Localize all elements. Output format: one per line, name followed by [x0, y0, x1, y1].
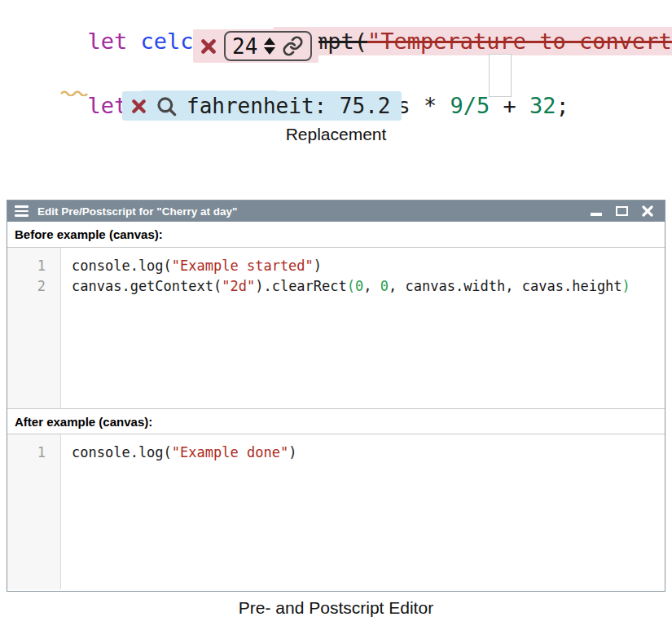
line-number: 1: [7, 256, 46, 276]
stepper-value[interactable]: 24: [232, 34, 257, 59]
before-example-editor: 1 2 console.log("Example started") canva…: [7, 248, 665, 408]
hamburger-icon[interactable]: [15, 205, 29, 217]
number-stepper[interactable]: 24: [224, 31, 312, 61]
triangle-down-icon[interactable]: [264, 47, 275, 55]
deleted-string-literal: "Temperature to convert:": [367, 29, 672, 54]
minimize-icon[interactable]: [591, 213, 602, 216]
window-title: Edit Pre/Postscript for "Cherry at day": [37, 205, 237, 218]
close-button[interactable]: [642, 205, 653, 217]
before-code-area[interactable]: console.log("Example started") canvas.ge…: [61, 248, 665, 408]
line-number-gutter: 1 2: [7, 248, 61, 408]
probe-value: fahrenheit: 75.2: [187, 94, 390, 118]
number-literal: 9/5: [450, 93, 490, 118]
close-icon: [642, 205, 653, 217]
string-token: "Example done": [172, 444, 288, 460]
x-icon: [131, 99, 147, 114]
keyword-let: let: [88, 29, 141, 54]
chain-link-icon: [282, 35, 304, 57]
probe-widget: fahrenheit: 75.2: [122, 91, 402, 121]
figure-caption-editor: Pre- and Postscript Editor: [0, 598, 672, 618]
triangle-up-icon[interactable]: [264, 37, 275, 45]
paren-token: ): [622, 278, 630, 294]
after-example-label: After example (canvas):: [7, 408, 665, 434]
code-line: canvas.getContext("2d").clearRect(0, 0, …: [72, 276, 665, 297]
stepper-spin-buttons[interactable]: [264, 37, 275, 55]
deleted-expression: prompt("Temperature to convert:"): [273, 27, 672, 55]
x-icon: [200, 38, 217, 55]
window-titlebar[interactable]: Edit Pre/Postscript for "Cherry at day": [7, 200, 665, 222]
code-token: , canvas.width, cavas.height: [389, 278, 622, 294]
code-token: console.log(: [72, 444, 172, 460]
paren-token: (: [347, 278, 355, 294]
before-example-label: Before example (canvas):: [7, 222, 665, 248]
code-token: console.log(: [72, 258, 172, 274]
line-number: 2: [7, 276, 46, 297]
prepostscript-editor-window: Edit Pre/Postscript for "Cherry at day" …: [7, 200, 665, 592]
code-token: ): [288, 444, 296, 460]
number-literal: 32: [529, 93, 556, 118]
code-token: canvas.getContext(: [72, 278, 222, 294]
number-token: 0: [355, 278, 363, 294]
window-controls: [591, 205, 657, 217]
code-token: ).clearRect: [255, 278, 347, 294]
magnifier-icon: [156, 95, 178, 117]
link-value-button[interactable]: [282, 35, 304, 57]
replacement-stepper-widget: 24: [193, 29, 318, 63]
number-token: 0: [380, 278, 389, 294]
code-line: console.log("Example started"): [72, 256, 665, 276]
figure-caption-replacement: Replacement: [0, 125, 672, 144]
semicolon: ;: [556, 93, 569, 118]
after-code-area[interactable]: console.log("Example done"): [61, 434, 665, 589]
spellcheck-squiggle: [60, 90, 90, 96]
string-token: "2d": [222, 278, 255, 294]
empty-widget-box: [489, 54, 512, 97]
line-number-gutter: 1: [7, 434, 61, 589]
string-token: "Example started": [172, 258, 314, 274]
maximize-icon[interactable]: [616, 206, 628, 216]
remove-probe-button[interactable]: [131, 99, 147, 114]
code-token: ): [314, 258, 322, 274]
screenshot-root: let celcius = prompt("Temperature to con…: [0, 0, 672, 630]
code-line: console.log("Example done"): [72, 443, 665, 463]
probe-search-button[interactable]: [156, 95, 178, 117]
line-number: 1: [7, 443, 46, 463]
code-token: ,: [363, 278, 380, 294]
remove-replacement-button[interactable]: [200, 38, 217, 55]
after-example-editor: 1 console.log("Example done"): [7, 434, 665, 589]
